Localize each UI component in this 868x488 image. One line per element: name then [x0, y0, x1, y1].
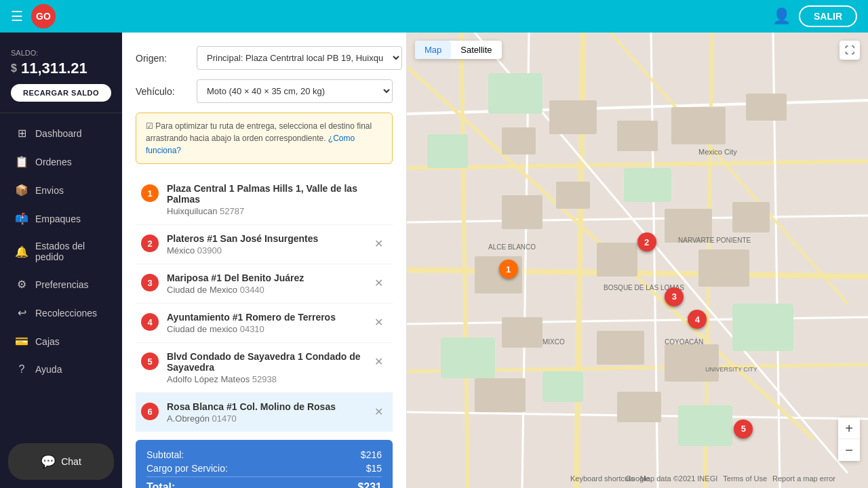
subtotal-row: Subtotal: $216 [146, 449, 382, 460]
logo: GO [31, 4, 56, 28]
map-pin-4: 4 [688, 310, 707, 329]
zoom-in-button[interactable]: + [838, 418, 860, 439]
stop-item: 2 Plateros #1 San José Insurgentes Méxic… [136, 225, 393, 264]
envios-label: Envios [35, 185, 64, 196]
origen-label: Origen: [136, 53, 197, 64]
subtotal-label: Subtotal: [146, 449, 184, 460]
stop-zip: 52787 [220, 206, 244, 216]
stop-number: 4 [141, 313, 159, 331]
svg-rect-36 [502, 317, 542, 348]
stop-info: Rosa Blanca #1 Col. Molino de Rosas A.Ob… [167, 401, 370, 424]
origen-select[interactable]: Principal: Plaza Centrtral local PB 19, … [197, 46, 402, 70]
total-value: $231 [357, 481, 382, 488]
sidebar-item-empaques[interactable]: 📫 Empaques [4, 205, 118, 232]
salir-button[interactable]: SALIR [799, 5, 857, 27]
map-data: Map data ©2021 INEGI [640, 474, 718, 483]
stop-info: Plaza Central 1 Palmas Hills 1, Valle de… [167, 183, 387, 216]
stop-zip: 04310 [240, 324, 264, 334]
stop-name: Plaza Central 1 Palmas Hills 1, Valle de… [167, 183, 387, 205]
menu-icon[interactable]: ☰ [11, 8, 23, 24]
origen-row: Origen: Principal: Plaza Centrtral local… [136, 46, 393, 70]
stop-info: Mariposa #1 Del Benito Juárez Ciudad de … [167, 272, 370, 295]
topbar-right: 👤 SALIR [772, 5, 857, 27]
cargo-label: Cargo por Servicio: [146, 463, 228, 474]
svg-rect-39 [475, 378, 526, 412]
sidebar-item-estados[interactable]: 🔔 Estados del pedido [4, 233, 118, 270]
map-tabs: Map Satellite [415, 41, 502, 59]
main-layout: SALDO: $ 11,311.21 RECARGAR SALDO ⊞ Dash… [0, 33, 868, 488]
svg-text:NARVARTE PONIENTE: NARVARTE PONIENTE [678, 237, 751, 244]
preferencias-label: Preferencias [35, 279, 89, 290]
content-area: Origen: Principal: Plaza Centrtral local… [122, 33, 868, 488]
svg-rect-35 [698, 249, 749, 287]
vehiculo-select[interactable]: Moto (40 × 40 × 35 cm, 20 kg) [197, 79, 393, 103]
stop-address: Ciudad de Mexico 03440 [167, 285, 370, 295]
stop-number: 3 [141, 274, 159, 291]
map-svg: Mexico City BOSQUE DE LAS LOMAS COYOACÁN… [407, 33, 868, 488]
svg-rect-37 [597, 331, 644, 365]
svg-rect-34 [597, 243, 637, 277]
sidebar-item-recolecciones[interactable]: ↩ Recolecciones [4, 299, 118, 327]
stop-address: A.Obregón 01470 [167, 413, 370, 424]
stop-name: Rosa Blanca #1 Col. Molino de Rosas [167, 401, 370, 412]
stop-item: 6 Rosa Blanca #1 Col. Molino de Rosas A.… [136, 393, 393, 432]
svg-rect-25 [549, 100, 597, 134]
zoom-out-button[interactable]: − [838, 439, 860, 461]
stop-number: 5 [141, 352, 159, 370]
cajas-icon: 💳 [15, 335, 28, 348]
balance-label: SALDO: [11, 49, 111, 57]
sidebar-item-preferencias[interactable]: ⚙ Preferencias [4, 270, 118, 298]
empaques-icon: 📫 [15, 212, 28, 225]
stop-number: 6 [141, 403, 159, 420]
stop-number: 2 [141, 235, 159, 252]
remove-stop-button[interactable]: ✕ [370, 314, 387, 330]
stop-address: México 03900 [167, 245, 370, 256]
recargar-button[interactable]: RECARGAR SALDO [11, 84, 111, 102]
nav-menu: ⊞ Dashboard 📋 Ordenes 📦 Envios 📫 Empaque… [0, 119, 122, 384]
topbar: ☰ GO 👤 SALIR [0, 0, 868, 33]
svg-rect-19 [624, 168, 671, 202]
svg-rect-24 [502, 127, 536, 155]
cajas-label: Cajas [35, 336, 60, 347]
fullscreen-button[interactable]: ⛶ [840, 41, 860, 60]
svg-text:COYOACÁN: COYOACÁN [665, 338, 703, 346]
stop-name: Mariposa #1 Del Benito Juárez [167, 272, 370, 283]
dashboard-icon: ⊞ [15, 127, 28, 140]
report-error[interactable]: Report a map error [772, 474, 835, 483]
keyboard-shortcuts: Keyboard shortcuts [570, 474, 635, 483]
chat-button[interactable]: 💬 Chat [8, 443, 114, 480]
map-zoom: + − [838, 418, 860, 461]
map-pin-3: 3 [665, 287, 684, 306]
remove-stop-button[interactable]: ✕ [370, 275, 387, 291]
map-tab-map[interactable]: Map [415, 41, 451, 59]
stop-address: Huixquilucan 52787 [167, 206, 387, 216]
svg-text:UNIVERSITY CITY: UNIVERSITY CITY [705, 366, 757, 373]
svg-rect-40 [617, 392, 661, 422]
sidebar-item-cajas[interactable]: 💳 Cajas [4, 327, 118, 355]
remove-stop-button[interactable]: ✕ [370, 404, 387, 420]
user-icon[interactable]: 👤 [772, 7, 791, 25]
remove-stop-button[interactable]: ✕ [370, 354, 387, 369]
empaques-label: Empaques [35, 214, 81, 224]
chat-label: Chat [61, 456, 81, 467]
svg-text:Mexico City: Mexico City [698, 148, 737, 156]
stop-info: Blvd Condado de Sayavedra 1 Condado de S… [167, 351, 370, 384]
ordenes-label: Ordenes [35, 157, 72, 167]
terms-of-use[interactable]: Terms of Use [723, 474, 767, 483]
sidebar-item-dashboard[interactable]: ⊞ Dashboard [4, 119, 118, 147]
sidebar: SALDO: $ 11,311.21 RECARGAR SALDO ⊞ Dash… [0, 33, 122, 488]
remove-stop-button[interactable]: ✕ [370, 236, 387, 251]
vehiculo-label: Vehículo: [136, 86, 197, 97]
sidebar-item-ayuda[interactable]: ? Ayuda [4, 356, 118, 383]
sidebar-item-ordenes[interactable]: 📋 Ordenes [4, 148, 118, 176]
stop-zip: 52938 [252, 374, 277, 384]
info-box: ☑ Para optimizar tu ruta de entrega, sel… [136, 113, 393, 164]
stop-item: 4 Ayuntamiento #1 Romero de Terreros Ciu… [136, 304, 393, 343]
svg-rect-22 [542, 371, 583, 402]
map-tab-satellite[interactable]: Satellite [451, 41, 501, 59]
svg-rect-29 [502, 195, 542, 229]
svg-text:MIXCO: MIXCO [542, 338, 565, 346]
dashboard-label: Dashboard [35, 128, 82, 139]
sidebar-item-envios[interactable]: 📦 Envios [4, 176, 118, 204]
map-pin-1: 1 [499, 260, 518, 279]
